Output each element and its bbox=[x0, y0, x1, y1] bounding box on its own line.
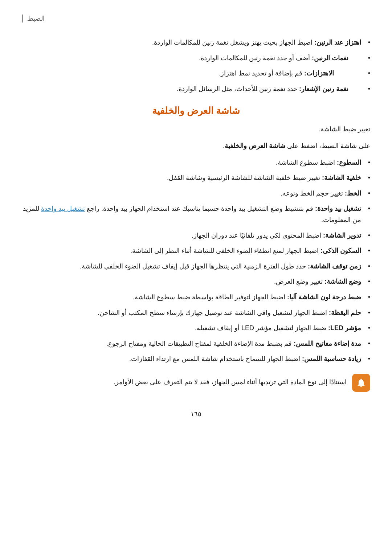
bullet-bold: مدة إضاءة مفاتيح اللمس: bbox=[294, 340, 361, 347]
bullet-bold: تدوير الشاشة: bbox=[323, 232, 361, 239]
bullet-text: اضبط الجهاز لتوفير الطاقة بواسطة ضبط سطو… bbox=[133, 294, 285, 301]
ringtone-bullet-list: اهتزاز عند الرنين: اضبط الجهاز بحيث يهتز… bbox=[22, 37, 370, 94]
page-container: الضبط اهتزاز عند الرنين: اضبط الجهاز بحي… bbox=[0, 0, 392, 554]
bullet-text: تغيير حجم الخط ونوعه. bbox=[281, 190, 343, 197]
bullet-bold: الاهتزازات: bbox=[304, 70, 334, 77]
bullet-text: ضبط الجهاز لتشغيل مؤشر LED أو إيقاف تشغي… bbox=[195, 324, 326, 332]
section-display-title: شاشة العرض والخلفية bbox=[22, 105, 370, 116]
bullet-bold: زمن توقف الشاشة: bbox=[308, 263, 361, 270]
page-number: ١٦٥ bbox=[22, 410, 370, 418]
bullet-bold: تشغيل بيد واحدة: bbox=[315, 205, 361, 212]
bullet-text: تغيير ضبط خلفية الشاشة للشاشة الرئيسية و… bbox=[167, 174, 320, 181]
list-item: السكون الذكي: اضبط الجهاز لمنع انطفاء ال… bbox=[22, 245, 370, 257]
display-bullet-list: السطوع: اضبط سطوع الشاشة. خلفية الشاشة: … bbox=[22, 157, 370, 365]
note-box: استنادًا إلى نوع المادة التي ترتديها أثن… bbox=[22, 374, 370, 392]
list-item: اهتزاز عند الرنين: اضبط الجهاز بحيث يهتز… bbox=[22, 37, 370, 48]
list-item: السطوع: اضبط سطوع الشاشة. bbox=[22, 157, 370, 168]
bullet-text: اضبط المحتوى لكي يدور تلقائيًا عند دوران… bbox=[192, 232, 321, 239]
bullet-text: اضبط الجهاز للسماح باستخدام شاشة اللمس م… bbox=[129, 355, 300, 362]
list-item: تدوير الشاشة: اضبط المحتوى لكي يدور تلقا… bbox=[22, 230, 370, 241]
bullet-bold: خلفية الشاشة: bbox=[322, 174, 361, 181]
section-ringtone: اهتزاز عند الرنين: اضبط الجهاز بحيث يهتز… bbox=[22, 37, 370, 94]
bullet-text: اضبط الجهاز لمنع انطفاء الضوء الخلفي للش… bbox=[130, 247, 319, 254]
list-item: الخط: تغيير حجم الخط ونوعه. bbox=[22, 188, 370, 199]
list-item: ضبط درجة لون الشاشة آليا: اضبط الجهاز لت… bbox=[22, 292, 370, 303]
bullet-text: اضبط سطوع الشاشة. bbox=[276, 159, 335, 166]
section-display: شاشة العرض والخلفية تغيير ضبط الشاشة. عل… bbox=[22, 105, 370, 392]
bullet-text: قم بتنشيط وضع التشغيل بيد واحدة حسبما ين… bbox=[85, 205, 313, 212]
bullet-text: حدد نغمة رنين للأحداث، مثل الرسائل الوار… bbox=[177, 85, 297, 93]
bullet-bold: نغمات الرنين: bbox=[312, 54, 348, 62]
bullet-bold: مؤشر LED: bbox=[328, 324, 361, 332]
intro-text-1: تغيير ضبط الشاشة. bbox=[22, 124, 370, 135]
list-item: حلم اليقظة: اضبط الجهاز لتشغيل واقي الشا… bbox=[22, 307, 370, 319]
bullet-bold: وضع الشاشة: bbox=[324, 278, 361, 285]
list-item: نغمة رنين الإشعار: حدد نغمة رنين للأحداث… bbox=[22, 83, 370, 95]
bullet-text: حدد طول الفترة الزمنية التي ينتظرها الجه… bbox=[80, 263, 306, 270]
bullet-text: اضبط الجهاز لتشغيل واقي الشاشة عند توصيل… bbox=[98, 309, 327, 316]
note-text: استنادًا إلى نوع المادة التي ترتديها أثن… bbox=[114, 374, 347, 388]
bullet-bold: السكون الذكي: bbox=[320, 247, 361, 254]
bullet-text: قم بضبط مدة الإضاءة الخلفية لمفتاح التطب… bbox=[106, 340, 292, 347]
list-item: زمن توقف الشاشة: حدد طول الفترة الزمنية … bbox=[22, 261, 370, 272]
bullet-bold: ضبط درجة لون الشاشة آليا: bbox=[287, 294, 361, 301]
list-item: نغمات الرنين: أضف أو حدد نغمة رنين للمكا… bbox=[22, 53, 370, 64]
bullet-text: قم بإضافة أو تحديد نمط اهتزاز. bbox=[219, 70, 302, 77]
bullet-text: اضبط الجهاز بحيث يهتز ويشغل نغمة رنين لل… bbox=[152, 39, 313, 46]
list-item: زيادة حساسية اللمس: اضبط الجهاز للسماح ب… bbox=[22, 353, 370, 365]
list-item: تشغيل بيد واحدة: قم بتنشيط وضع التشغيل ب… bbox=[22, 203, 370, 225]
bullet-bold: نغمة رنين الإشعار: bbox=[299, 85, 348, 93]
bullet-text: تغيير وضع العرض. bbox=[274, 278, 323, 285]
list-item: وضع الشاشة: تغيير وضع العرض. bbox=[22, 276, 370, 287]
intro-text-2: على شاشة الضبط، اضغط على شاشة العرض والخ… bbox=[22, 140, 370, 152]
intro-normal: على شاشة الضبط، اضغط على bbox=[285, 142, 370, 149]
bullet-bold: زيادة حساسية اللمس: bbox=[302, 355, 361, 362]
bullet-bold: اهتزاز عند الرنين: bbox=[314, 39, 361, 46]
header-label: الضبط bbox=[22, 15, 370, 22]
bullet-bold: الخط: bbox=[345, 190, 361, 197]
list-item: الاهتزازات: قم بإضافة أو تحديد نمط اهتزا… bbox=[22, 68, 370, 79]
bullet-bold: السطوع: bbox=[337, 159, 361, 166]
bullet-bold: حلم اليقظة: bbox=[329, 309, 361, 316]
list-item: خلفية الشاشة: تغيير ضبط خلفية الشاشة للش… bbox=[22, 172, 370, 184]
list-item: مؤشر LED: ضبط الجهاز لتشغيل مؤشر LED أو … bbox=[22, 323, 370, 334]
list-item: مدة إضاءة مفاتيح اللمس: قم بضبط مدة الإض… bbox=[22, 338, 370, 349]
intro-bold: شاشة العرض والخلفية bbox=[225, 142, 285, 149]
bell-icon bbox=[352, 374, 370, 392]
link-one-hand[interactable]: تشغيل بيد واحدة bbox=[41, 205, 85, 212]
bullet-text: أضف أو حدد نغمة رنين للمكالمات الواردة. bbox=[199, 54, 310, 62]
